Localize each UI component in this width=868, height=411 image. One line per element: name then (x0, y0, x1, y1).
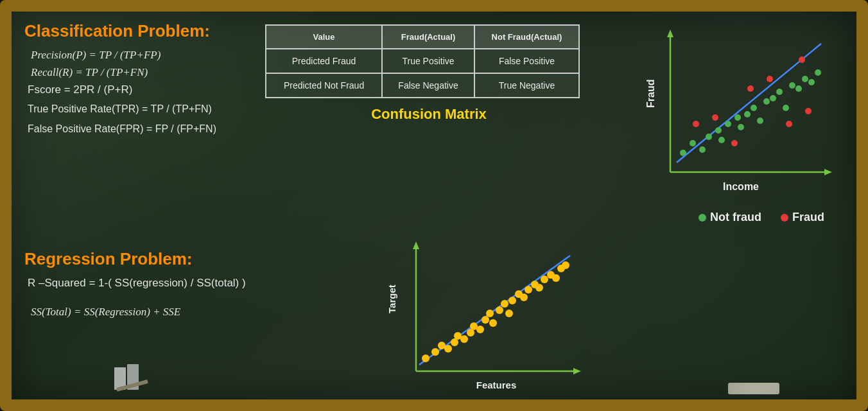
svg-point-56 (496, 306, 503, 314)
cell-predicted-fraud: Predicted Fraud (266, 49, 382, 73)
svg-point-65 (541, 275, 548, 283)
cell-true-positive: True Positive (382, 49, 474, 73)
svg-point-12 (718, 137, 725, 143)
svg-point-69 (562, 261, 569, 269)
svg-point-64 (535, 284, 543, 292)
formula-rsquared: R –Squared = 1-( SS(regression) / SS(tot… (24, 277, 268, 290)
svg-point-25 (802, 76, 808, 82)
svg-point-17 (751, 105, 757, 111)
svg-point-33 (786, 121, 792, 127)
svg-point-19 (763, 98, 770, 105)
svg-point-54 (486, 310, 494, 317)
legend-fraud: Fraud (781, 211, 824, 224)
col-header-value: Value (266, 25, 382, 49)
cell-predicted-not-fraud: Predicted Not Fraud (266, 73, 382, 98)
svg-point-55 (489, 319, 497, 327)
cell-true-negative: True Negative (474, 73, 579, 98)
svg-point-22 (783, 105, 789, 111)
formula-tpr: True Positive Rate(TPR) = TP / (TP+FN) (24, 101, 268, 118)
svg-text:Income: Income (723, 181, 759, 192)
cell-false-negative: False Negative (382, 73, 474, 98)
svg-point-53 (482, 316, 489, 324)
svg-point-32 (767, 76, 773, 82)
svg-point-59 (508, 297, 516, 304)
table-row: Predicted Not Fraud False Negative True … (266, 73, 579, 98)
legend-not-fraud: Not fraud (699, 211, 761, 224)
svg-point-9 (699, 146, 706, 153)
scatter-plot-top: Fraud Income (645, 24, 837, 198)
svg-text:Fraud: Fraud (645, 80, 656, 108)
formula-fpr: False Positive Rate(FPR) = FP / (FP+FN) (24, 121, 268, 137)
chalk-eraser (728, 383, 779, 394)
not-fraud-dot (699, 214, 706, 222)
svg-point-7 (680, 150, 686, 156)
blackboard: Classification Problem: Precision(P) = T… (0, 0, 868, 411)
svg-point-62 (525, 286, 532, 293)
svg-point-61 (520, 293, 528, 301)
svg-point-13 (725, 121, 731, 127)
svg-point-14 (734, 114, 741, 121)
svg-point-57 (501, 300, 508, 308)
svg-point-11 (715, 127, 722, 134)
svg-point-27 (815, 69, 821, 76)
svg-point-24 (795, 85, 802, 92)
formula-fscore: Fscore = 2PR / (P+R) (24, 83, 268, 96)
svg-point-10 (706, 134, 712, 140)
regression-section: Regression Problem: R –Squared = 1-( SS(… (24, 249, 268, 323)
svg-point-29 (712, 114, 718, 121)
svg-text:Features: Features (476, 380, 517, 390)
classification-section: Classification Problem: Precision(P) = T… (24, 21, 268, 140)
svg-point-43 (422, 354, 430, 362)
svg-point-20 (770, 95, 776, 101)
classification-title: Classification Problem: (24, 21, 268, 41)
svg-point-58 (505, 310, 513, 317)
confusion-table: Value Fraud(Actual) Not Fraud(Actual) Pr… (265, 24, 580, 98)
formula-sstotal: SS(Total) = SS(Regression) + SSE (24, 306, 268, 319)
svg-point-44 (431, 348, 439, 356)
svg-point-52 (476, 326, 484, 333)
svg-marker-39 (573, 368, 581, 374)
svg-point-35 (805, 108, 812, 114)
svg-point-16 (744, 111, 751, 118)
svg-point-67 (552, 274, 560, 282)
table-row: Predicted Fraud True Positive False Posi… (266, 49, 579, 73)
cell-false-positive: False Positive (474, 49, 579, 73)
legend: Not fraud Fraud (699, 211, 824, 224)
fraud-label: Fraud (792, 211, 824, 224)
svg-marker-37 (413, 241, 419, 249)
svg-point-30 (731, 140, 738, 146)
svg-point-34 (799, 57, 805, 63)
regression-title: Regression Problem: (24, 249, 268, 269)
col-header-not-fraud-actual: Not Fraud(Actual) (474, 25, 579, 49)
confusion-matrix-section: Value Fraud(Actual) Not Fraud(Actual) Pr… (265, 24, 593, 123)
scatter-plot-bottom: Target Features (384, 240, 589, 394)
svg-point-18 (757, 118, 763, 124)
svg-marker-1 (667, 30, 673, 37)
svg-point-21 (776, 89, 783, 95)
scatter-svg-top: Fraud Income (645, 24, 837, 198)
svg-point-49 (460, 335, 468, 343)
confusion-matrix-title: Confusion Matrix (265, 106, 593, 123)
svg-point-15 (738, 124, 744, 130)
col-header-fraud-actual: Fraud(Actual) (382, 25, 474, 49)
formula-precision: Precision(P) = TP / (TP+FP) (24, 49, 268, 62)
chalk-decoration (111, 361, 150, 396)
svg-point-46 (444, 345, 452, 353)
svg-point-23 (789, 82, 795, 89)
svg-marker-3 (824, 169, 832, 175)
svg-point-26 (808, 79, 815, 85)
svg-text:Target: Target (386, 284, 397, 313)
svg-point-28 (693, 121, 699, 127)
fraud-dot (781, 214, 788, 222)
svg-point-8 (690, 140, 696, 146)
svg-point-31 (747, 85, 754, 92)
not-fraud-label: Not fraud (710, 211, 761, 224)
scatter-svg-bottom: Target Features (384, 240, 589, 394)
formula-recall: Recall(R) = TP / (TP+FN) (24, 66, 268, 79)
